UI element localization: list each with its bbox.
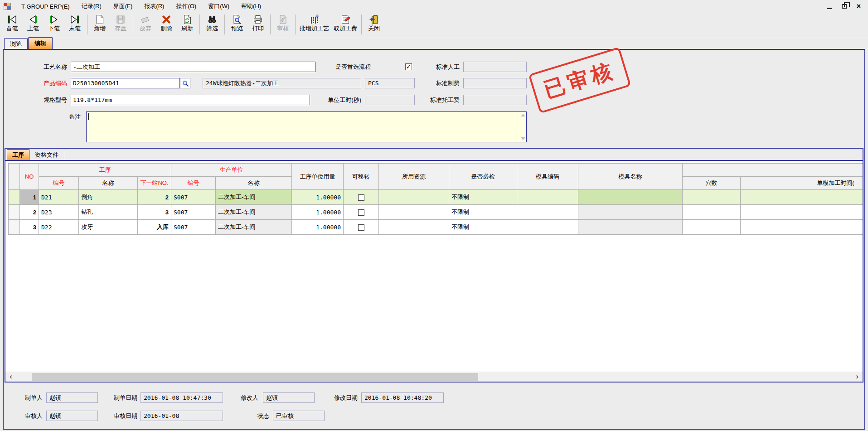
cell-cavity[interactable]	[683, 220, 741, 235]
last-record-button[interactable]: 末笔	[64, 14, 85, 36]
row-selector-cell[interactable]	[9, 220, 20, 235]
preview-button[interactable]: 预览	[227, 14, 247, 36]
cell-usage[interactable]: 1.00000	[292, 190, 344, 205]
unit-field: PCS	[365, 78, 415, 88]
detail-panel: 工序 资格文件 NO 工序 生产单位 工序单位用量 可移转	[5, 148, 863, 383]
menu-item-record[interactable]: 记录(R)	[76, 0, 107, 13]
save-button[interactable]: 存盘	[110, 14, 131, 36]
batch-add-icon	[309, 14, 320, 25]
cell-resource[interactable]	[379, 220, 449, 235]
make-date-label: 制单日期	[103, 392, 137, 403]
modifier-label: 修改人	[233, 392, 258, 403]
new-button[interactable]: 新增	[89, 14, 110, 36]
transferable-checkbox[interactable]	[358, 209, 364, 216]
cell-unit-code[interactable]: S007	[171, 220, 216, 235]
remark-textarea[interactable]	[86, 111, 527, 142]
new-document-icon	[94, 14, 105, 25]
delete-button[interactable]: 删除	[156, 14, 177, 36]
cell-must-check[interactable]: 不限制	[449, 220, 517, 235]
cell-no[interactable]: 1	[20, 190, 39, 205]
cell-mold-time[interactable]	[741, 190, 863, 205]
print-button[interactable]: 打印	[247, 14, 268, 36]
cell-process-name[interactable]: 倒角	[79, 190, 138, 205]
cell-resource[interactable]	[379, 205, 449, 220]
minimize-icon[interactable]	[827, 8, 832, 9]
next-record-button[interactable]: 下笔	[44, 14, 64, 36]
cell-must-check[interactable]: 不限制	[449, 190, 517, 205]
close-icon[interactable]: ×	[857, 3, 861, 10]
subtab-qualification[interactable]: 资格文件	[30, 150, 65, 160]
transferable-checkbox[interactable]	[358, 194, 364, 201]
row-selector-cell[interactable]	[9, 205, 20, 220]
product-code-input[interactable]	[71, 78, 180, 88]
scroll-down-icon[interactable]	[521, 137, 525, 140]
cell-next-no[interactable]: 2	[138, 190, 171, 205]
cell-cavity[interactable]	[683, 190, 741, 205]
cell-unit-name: 二次加工-车间	[216, 190, 292, 205]
scrollbar-thumb[interactable]	[32, 373, 478, 381]
menu-item-interface[interactable]: 界面(F)	[107, 0, 139, 13]
cell-process-code[interactable]: D23	[39, 205, 79, 220]
restore-icon[interactable]	[842, 4, 847, 9]
first-record-button[interactable]: 首笔	[2, 14, 23, 36]
erp-window: { "colors": { "accent_navy": "#2e2e9e", …	[0, 0, 868, 431]
cell-unit-code[interactable]: S007	[171, 190, 216, 205]
scroll-right-icon[interactable]: ›	[853, 372, 862, 382]
audit-button[interactable]: 审核	[272, 14, 293, 36]
cell-mold-code[interactable]	[517, 220, 578, 235]
cell-mold-time[interactable]	[741, 205, 863, 220]
cell-unit-code[interactable]: S007	[171, 205, 216, 220]
batch-add-process-button[interactable]: 批增加工艺	[297, 14, 331, 36]
prev-record-button[interactable]: 上笔	[23, 14, 44, 36]
menu-item-report[interactable]: 报表(R)	[138, 0, 170, 13]
cell-usage[interactable]: 1.00000	[292, 205, 344, 220]
cell-mold-time[interactable]	[741, 220, 863, 235]
cell-next-no[interactable]: 3	[138, 205, 171, 220]
cell-must-check[interactable]: 不限制	[449, 205, 517, 220]
cell-process-name[interactable]: 钻孔	[79, 205, 138, 220]
cell-process-code[interactable]: D22	[39, 220, 79, 235]
refresh-button[interactable]: 刷新	[177, 14, 198, 36]
preferred-flow-checkbox[interactable]: ✓	[405, 63, 412, 70]
process-name-input[interactable]	[71, 62, 315, 72]
cell-mold-code[interactable]	[517, 205, 578, 220]
toolbar-separator	[295, 15, 296, 34]
cell-process-name[interactable]: 攻牙	[79, 220, 138, 235]
spec-input[interactable]	[71, 95, 310, 105]
grid-row[interactable]: 3 D22 攻牙 入库 S007 二次加工-车间 1.00000 不限制	[9, 220, 863, 235]
menu-item-app[interactable]: T-GROUP ERP(E)	[15, 1, 76, 12]
cell-no[interactable]: 2	[20, 205, 39, 220]
tab-browse[interactable]: 浏览	[4, 38, 28, 49]
cell-mold-code[interactable]	[517, 190, 578, 205]
menu-item-help[interactable]: 帮助(H)	[235, 0, 267, 13]
menu-item-operation[interactable]: 操作(O)	[170, 0, 202, 13]
product-lookup-button[interactable]	[180, 78, 190, 88]
horizontal-scrollbar[interactable]: ‹ ›	[5, 372, 863, 382]
get-fee-button[interactable]: 取加工费	[331, 14, 359, 36]
menu-item-window[interactable]: 窗口(W)	[202, 0, 235, 13]
std-mfg-label: 标准制费	[419, 78, 460, 89]
cell-process-code[interactable]: D21	[39, 190, 79, 205]
auditor-field: 赵镇	[46, 411, 98, 421]
grid-header: NO 工序 生产单位 工序单位用量 可移转 所用资源 是否必检 模具编码 模具名…	[9, 164, 863, 190]
cell-usage[interactable]: 1.00000	[292, 220, 344, 235]
row-selector-cell[interactable]	[9, 190, 20, 205]
toolbar-separator	[270, 15, 271, 34]
fee-edit-icon	[340, 14, 351, 25]
grid-row[interactable]: 2 D23 钻孔 3 S007 二次加工-车间 1.00000 不限制	[9, 205, 863, 220]
cell-cavity[interactable]	[683, 205, 741, 220]
tab-edit[interactable]: 编辑	[28, 37, 53, 49]
header-cavity: 穴数	[683, 177, 741, 190]
cell-resource[interactable]	[379, 190, 449, 205]
transferable-checkbox[interactable]	[358, 224, 364, 231]
filter-button[interactable]: 筛选	[202, 14, 223, 36]
cell-mold-name	[578, 205, 683, 220]
grid-row[interactable]: 1 D21 倒角 2 S007 二次加工-车间 1.00000 不限制	[9, 190, 863, 205]
cell-no[interactable]: 3	[20, 220, 39, 235]
scroll-left-icon[interactable]: ‹	[6, 372, 15, 382]
cell-next-no[interactable]: 入库	[138, 220, 171, 235]
discard-button[interactable]: 放弃	[135, 14, 156, 36]
close-form-button[interactable]: 关闭	[364, 14, 384, 36]
subtab-process[interactable]: 工序	[7, 149, 29, 160]
scroll-up-icon[interactable]	[521, 114, 525, 116]
